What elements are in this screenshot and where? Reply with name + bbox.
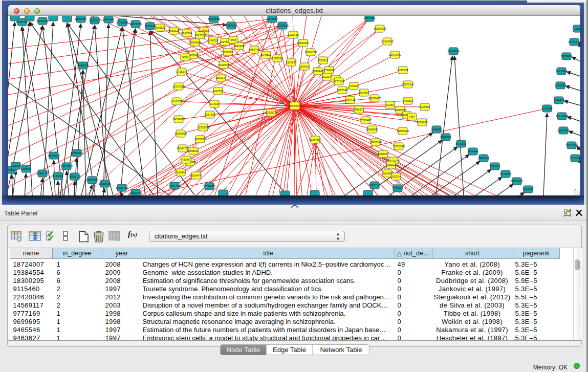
svg-text:7632621: 7632621: [490, 165, 500, 168]
svg-text:9245652: 9245652: [523, 188, 534, 191]
svg-text:15720407: 15720407: [359, 119, 372, 122]
svg-text:9474444: 9474444: [468, 150, 478, 153]
svg-text:62160: 62160: [386, 103, 394, 106]
svg-text:9546: 9546: [230, 38, 236, 41]
svg-text:9699695: 9699695: [417, 121, 428, 124]
svg-text:3215958: 3215958: [542, 107, 553, 110]
svg-text:1145114: 1145114: [53, 174, 63, 178]
svg-text:8912954: 8912954: [182, 32, 192, 35]
svg-text:10719185: 10719185: [116, 21, 128, 24]
svg-text:20053346: 20053346: [77, 64, 89, 67]
svg-text:116753: 116753: [571, 157, 580, 160]
svg-text:10975867: 10975867: [60, 165, 73, 168]
svg-text:17016504: 17016504: [565, 144, 578, 147]
svg-text:1588520: 1588520: [272, 57, 283, 60]
svg-text:9948: 9948: [183, 158, 189, 161]
svg-text:3624554: 3624554: [359, 91, 369, 94]
svg-text:12923446: 12923446: [129, 191, 142, 194]
svg-text:19654923: 19654923: [397, 129, 409, 133]
svg-text:1362615: 1362615: [299, 65, 310, 68]
svg-text:9227342: 9227342: [556, 70, 567, 73]
svg-text:2803144: 2803144: [216, 76, 227, 79]
svg-text:135061: 135061: [11, 164, 20, 167]
svg-text:12975115: 12975115: [402, 83, 414, 86]
svg-text:7485063: 7485063: [398, 69, 408, 72]
svg-text:6466160: 6466160: [103, 18, 114, 21]
svg-text:10046766: 10046766: [177, 147, 189, 150]
svg-text:12213389: 12213389: [172, 85, 185, 88]
svg-text:10756928: 10756928: [393, 145, 405, 148]
svg-text:15751074: 15751074: [568, 40, 580, 43]
svg-text:1621072: 1621072: [322, 75, 333, 78]
svg-text:16961758: 16961758: [304, 51, 317, 54]
svg-text:10025438: 10025438: [394, 108, 406, 112]
svg-text:10973493: 10973493: [389, 53, 401, 56]
svg-text:8454749: 8454749: [249, 48, 260, 51]
svg-text:3375685: 3375685: [223, 51, 233, 54]
svg-text:16154838: 16154838: [374, 27, 386, 30]
svg-text:11123: 11123: [574, 27, 580, 30]
svg-text:746266: 746266: [349, 84, 358, 87]
svg-text:3878332: 3878332: [195, 138, 206, 141]
svg-text:5322037: 5322037: [286, 61, 297, 64]
svg-text:6479197: 6479197: [456, 142, 467, 145]
svg-text:12942737: 12942737: [36, 172, 49, 175]
svg-text:6794028: 6794028: [324, 69, 335, 72]
svg-text:917004: 917004: [210, 102, 219, 105]
svg-text:1156829: 1156829: [21, 167, 32, 170]
svg-text:15692971: 15692971: [557, 129, 570, 132]
svg-text:16210643: 16210643: [556, 115, 568, 118]
svg-text:19654975: 19654975: [172, 118, 185, 121]
svg-text:1733426: 1733426: [393, 187, 403, 190]
svg-text:8186328: 8186328: [208, 39, 219, 42]
svg-text:7955812: 7955812: [318, 59, 329, 62]
svg-text:9777169: 9777169: [334, 80, 344, 83]
svg-text:9457791: 9457791: [169, 184, 180, 187]
svg-text:16648764: 16648764: [447, 50, 460, 53]
svg-text:20300273: 20300273: [265, 111, 277, 114]
svg-text:17957225: 17957225: [86, 179, 98, 182]
svg-text:15716485: 15716485: [203, 185, 215, 188]
svg-text:8660125: 8660125: [169, 29, 180, 32]
svg-text:18724007: 18724007: [289, 104, 301, 107]
svg-text:3427552: 3427552: [213, 90, 224, 93]
svg-text:9463627: 9463627: [403, 99, 413, 102]
svg-text:7964: 7964: [409, 115, 415, 118]
svg-text:23691406: 23691406: [36, 19, 49, 23]
svg-text:12213967: 12213967: [381, 40, 394, 43]
svg-text:10671355: 10671355: [129, 23, 142, 26]
svg-text:164095: 164095: [432, 128, 441, 131]
svg-text:7515526: 7515526: [145, 25, 156, 28]
svg-text:8267110: 8267110: [205, 113, 215, 116]
svg-text:12353594: 12353594: [197, 126, 209, 129]
svg-text:16543362: 16543362: [189, 41, 201, 44]
svg-text:10654112: 10654112: [511, 180, 523, 183]
svg-text:19218506: 19218506: [276, 24, 289, 27]
svg-text:2718176: 2718176: [177, 70, 187, 73]
svg-text:9084067: 9084067: [378, 152, 389, 156]
svg-text:1244415: 1244415: [554, 99, 564, 102]
svg-text:9242848: 9242848: [219, 63, 229, 67]
svg-text:12905135: 12905135: [69, 175, 81, 178]
svg-text:16033809: 16033809: [208, 17, 220, 20]
svg-text:7663822: 7663822: [155, 26, 166, 29]
svg-text:19384554: 19384554: [309, 138, 321, 141]
svg-text:10958107: 10958107: [99, 182, 111, 185]
svg-text:9329966: 9329966: [561, 55, 572, 58]
svg-text:7986372: 7986372: [354, 108, 364, 111]
svg-text:1209338: 1209338: [555, 84, 566, 87]
svg-text:17359924: 17359924: [71, 151, 83, 155]
svg-text:10653267: 10653267: [75, 17, 87, 20]
svg-text:8990448: 8990448: [313, 70, 323, 73]
svg-text:20206576: 20206576: [48, 154, 60, 157]
svg-text:9327505: 9327505: [195, 34, 206, 37]
svg-text:2935114: 2935114: [478, 157, 489, 160]
svg-text:10807487: 10807487: [368, 97, 381, 100]
svg-text:18807249: 18807249: [369, 141, 382, 144]
svg-text:9896: 9896: [182, 56, 188, 59]
svg-text:8813054: 8813054: [267, 17, 278, 20]
svg-text:1610755: 1610755: [171, 100, 182, 103]
svg-text:10688609: 10688609: [366, 128, 378, 131]
svg-text:2887682: 2887682: [364, 16, 375, 19]
svg-text:7357224: 7357224: [226, 24, 237, 27]
